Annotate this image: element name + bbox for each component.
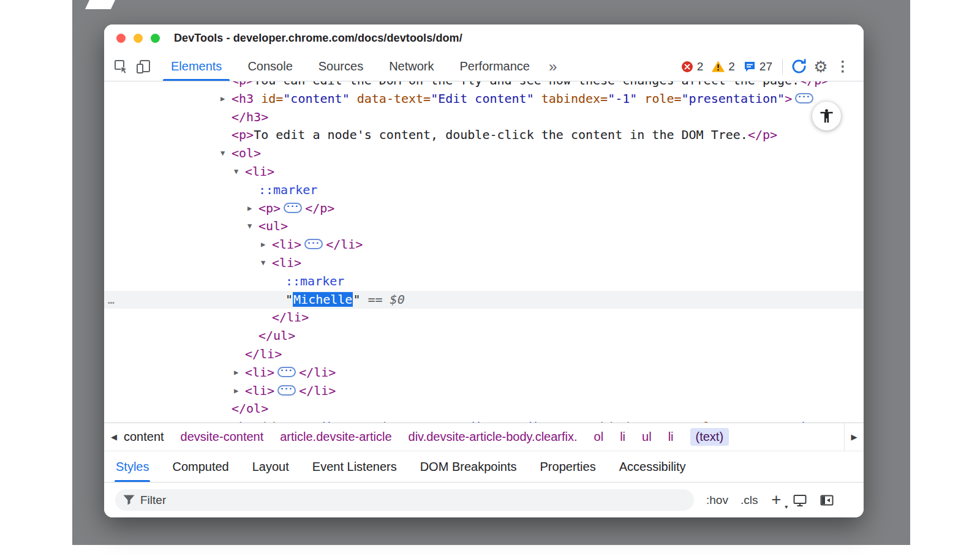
- expand-arrow-icon[interactable]: ▶: [234, 382, 238, 400]
- tab-accessibility[interactable]: Accessibility: [608, 451, 698, 482]
- toggle-element-state-button[interactable]: :hov: [706, 494, 728, 507]
- tree-line[interactable]: ::marker: [104, 272, 864, 291]
- tree-line[interactable]: </ol>: [104, 400, 864, 418]
- element-classes-button[interactable]: .cls: [741, 494, 758, 507]
- tree-line[interactable]: </li>: [104, 309, 864, 327]
- tab-console[interactable]: Console: [235, 52, 305, 81]
- tab-network[interactable]: Network: [376, 52, 447, 81]
- tree-line[interactable]: ▶<li>•••</li>: [104, 236, 864, 254]
- expand-arrow-icon[interactable]: ▶: [261, 236, 265, 254]
- zoom-window-button[interactable]: [151, 34, 160, 43]
- collapse-arrow-icon[interactable]: ▼: [221, 145, 225, 163]
- breadcrumb-scroll-right-button[interactable]: ▶: [844, 423, 864, 451]
- tree-line[interactable]: ▼<li>: [104, 163, 864, 181]
- children-ellipsis-button[interactable]: •••: [284, 203, 302, 213]
- error-icon: [681, 61, 693, 73]
- device-toolbar-icon: [135, 59, 151, 75]
- rendering-emulations-icon: [792, 493, 808, 508]
- breadcrumb: contentdevsite-contentarticle.devsite-ar…: [124, 428, 734, 446]
- device-toolbar-button[interactable]: [132, 56, 154, 78]
- tree-line[interactable]: <p>You can edit the DOM on the fly and s…: [104, 81, 864, 90]
- tab-computed[interactable]: Computed: [160, 451, 240, 482]
- token-tag: </li>: [326, 237, 363, 252]
- tree-line[interactable]: …"Michelle" == $0: [104, 291, 864, 309]
- tree-line[interactable]: </li>: [104, 345, 864, 364]
- breadcrumb-scroll-left-button[interactable]: ◀: [104, 423, 124, 451]
- tab-styles[interactable]: Styles: [104, 451, 160, 482]
- computed-sidebar-toggle-button[interactable]: [819, 493, 835, 508]
- token-text: You can edit the DOM on the fly and see …: [254, 81, 799, 88]
- more-tabs-button[interactable]: »: [549, 58, 557, 75]
- tab-properties[interactable]: Properties: [529, 451, 608, 482]
- tree-line[interactable]: ▼<li>: [104, 254, 864, 272]
- children-ellipsis-button[interactable]: •••: [277, 367, 296, 377]
- sidebar-tabs: StylesComputedLayoutEvent ListenersDOM B…: [104, 451, 864, 483]
- filter-funnel-icon: [123, 495, 135, 505]
- token-tag: <ol>: [232, 146, 261, 160]
- tree-line[interactable]: ▶<p>•••</p>: [104, 200, 864, 218]
- filter-box[interactable]: [115, 489, 694, 511]
- settings-button[interactable]: ⚙: [810, 56, 832, 78]
- tree-line[interactable]: ▶<li>•••</li>: [104, 364, 864, 382]
- breadcrumb-item[interactable]: devsite-content: [181, 430, 264, 444]
- tree-line[interactable]: ▶<li>•••</li>: [104, 382, 864, 400]
- token-tag: <li>: [272, 255, 301, 270]
- tree-line[interactable]: <p>To edit a node's content, double-clic…: [104, 126, 864, 145]
- dom-tree: <p>You can edit the DOM on the fly and s…: [104, 81, 864, 423]
- token-val: "Edit content": [431, 91, 534, 106]
- expand-arrow-icon[interactable]: ▶: [247, 200, 252, 218]
- new-style-rule-button[interactable]: + ▾: [771, 492, 781, 508]
- breadcrumb-item[interactable]: li: [620, 430, 625, 444]
- tree-line[interactable]: ::marker: [104, 181, 864, 200]
- expand-arrow-icon[interactable]: ▶: [234, 364, 238, 382]
- inspect-element-button[interactable]: [110, 56, 132, 78]
- accessibility-button[interactable]: [812, 102, 841, 130]
- children-ellipsis-button[interactable]: •••: [795, 93, 813, 103]
- token-tag: <li>: [245, 164, 274, 179]
- breadcrumb-item[interactable]: ol: [594, 430, 604, 444]
- row-menu-icon[interactable]: …: [108, 291, 115, 309]
- tree-line[interactable]: </h3>: [104, 108, 864, 127]
- rendering-emulations-button[interactable]: [792, 493, 808, 508]
- collapse-arrow-icon[interactable]: ▼: [247, 217, 252, 236]
- error-count: 2: [697, 60, 704, 73]
- breadcrumb-item[interactable]: content: [124, 430, 164, 444]
- menu-button[interactable]: ⋮: [832, 56, 854, 78]
- token-tag: >: [785, 91, 792, 106]
- breadcrumb-item[interactable]: li: [668, 430, 674, 444]
- tree-line[interactable]: </ul>: [104, 327, 864, 345]
- tab-sources[interactable]: Sources: [306, 52, 376, 81]
- filter-input[interactable]: [140, 494, 686, 507]
- tree-line[interactable]: ▶<h3 id="content" data-text="Edit conten…: [104, 90, 864, 108]
- expand-arrow-icon[interactable]: ▶: [221, 418, 225, 423]
- token-sel[interactable]: Michelle: [293, 292, 353, 307]
- breadcrumb-item[interactable]: ul: [642, 430, 652, 444]
- tree-line[interactable]: ▶<h3 id="attributes" data-text="Edit att…: [104, 418, 864, 423]
- tab-layout[interactable]: Layout: [241, 451, 301, 482]
- minimize-window-button[interactable]: [134, 34, 143, 43]
- breadcrumb-item[interactable]: article.devsite-article: [280, 430, 391, 444]
- breadcrumb-item[interactable]: div.devsite-article-body.clearfix.: [409, 430, 578, 444]
- tab-performance[interactable]: Performance: [447, 52, 543, 81]
- breadcrumb-item[interactable]: (text): [690, 428, 729, 446]
- computed-sidebar-toggle-icon: [819, 493, 835, 508]
- collapse-arrow-icon[interactable]: ▼: [234, 163, 238, 181]
- close-window-button[interactable]: [116, 34, 126, 43]
- title-bar: DevTools - developer.chrome.com/docs/dev…: [104, 24, 864, 52]
- tab-elements[interactable]: Elements: [158, 52, 235, 81]
- error-badge[interactable]: 2: [681, 60, 704, 73]
- collapse-arrow-icon[interactable]: ▼: [261, 254, 265, 272]
- token-pseudo: ::marker: [258, 182, 317, 197]
- children-ellipsis-button[interactable]: •••: [304, 239, 323, 249]
- issues-badge[interactable]: 27: [744, 60, 772, 73]
- tree-line[interactable]: ▼<ol>: [104, 145, 864, 163]
- sync-button[interactable]: [788, 56, 810, 78]
- token-eq: ==: [360, 292, 390, 307]
- tab-dom-breakpoints[interactable]: DOM Breakpoints: [409, 451, 529, 482]
- tab-event-listeners[interactable]: Event Listeners: [301, 451, 409, 482]
- expand-arrow-icon[interactable]: ▶: [221, 90, 225, 108]
- window-title: DevTools - developer.chrome.com/docs/dev…: [174, 32, 462, 45]
- children-ellipsis-button[interactable]: •••: [277, 385, 296, 396]
- warning-badge[interactable]: 2: [712, 60, 735, 73]
- tree-line[interactable]: ▼<ul>: [104, 217, 864, 236]
